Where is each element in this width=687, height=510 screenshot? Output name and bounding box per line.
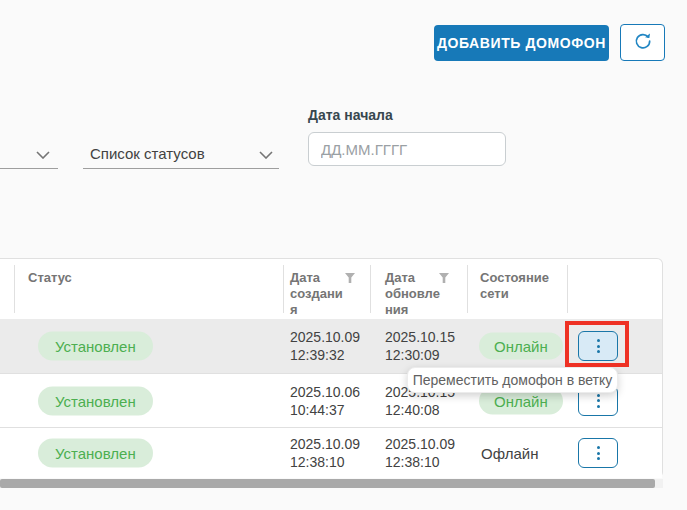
created-date-cell: 2025.10.06 10:44:37 [290,383,360,419]
updated-date-cell: 2025.10.09 12:38:10 [385,435,455,471]
table-row[interactable]: Установлен 2025.10.09 12:38:10 2025.10.0… [0,427,662,478]
col-header-status: Статус [28,270,148,286]
context-menu-item-move-intercom[interactable]: Переместить домофон в ветку [407,367,618,393]
refresh-button[interactable] [620,24,665,61]
date-line: 2025.10.09 [385,435,455,453]
refresh-icon [633,31,653,55]
network-status-badge: Онлайн [479,333,563,360]
time-line: 12:39:32 [290,346,360,364]
date-line: 2025.10.06 [290,383,360,401]
filter-funnel-icon[interactable] [344,270,356,282]
date-line: 2025.10.09 [290,328,360,346]
table-row[interactable]: Установлен 2025.10.09 12:39:32 2025.10.1… [0,319,662,373]
time-line: 12:38:10 [385,453,455,471]
column-separator [567,265,568,313]
column-separator [14,265,15,313]
column-separator [370,265,371,313]
status-badge: Установлен [38,386,153,415]
left-filter-dropdown[interactable] [0,139,58,169]
column-separator [467,265,468,313]
col-header-created: Дата создания [290,270,346,318]
row-actions-menu-button[interactable] [578,438,618,468]
time-line: 12:30:09 [385,346,455,364]
horizontal-scrollbar-track [0,479,663,488]
chevron-down-icon [36,145,50,162]
col-header-network: Состояние сети [480,270,552,302]
date-line: 2025.10.15 [385,328,455,346]
column-separator [283,265,284,313]
time-line: 12:40:08 [385,401,455,419]
intercom-admin-page: ДОБАВИТЬ ДОМОФОН Список статусов Дата на… [0,0,687,510]
network-status-text: Офлайн [481,445,538,462]
status-badge: Установлен [38,332,153,361]
time-line: 10:44:37 [290,401,360,419]
horizontal-scrollbar-thumb[interactable] [0,479,655,488]
status-dropdown-label: Список статусов [90,145,205,162]
add-intercom-button[interactable]: ДОБАВИТЬ ДОМОФОН [434,25,609,61]
created-date-cell: 2025.10.09 12:39:32 [290,328,360,364]
status-badge: Установлен [38,439,153,468]
table-header: Статус Дата создания Дата обновления Сос… [0,259,662,319]
row-actions-menu-button[interactable] [578,331,618,361]
col-header-updated: Дата обновления [385,270,441,318]
time-line: 12:38:10 [290,453,360,471]
updated-date-cell: 2025.10.15 12:30:09 [385,328,455,364]
created-date-cell: 2025.10.09 12:38:10 [290,435,360,471]
chevron-down-icon [259,145,273,162]
date-start-label: Дата начала [308,107,393,123]
date-start-input[interactable] [308,132,506,166]
status-list-dropdown[interactable]: Список статусов [83,139,279,169]
filter-funnel-icon[interactable] [438,270,450,282]
date-line: 2025.10.09 [290,435,360,453]
